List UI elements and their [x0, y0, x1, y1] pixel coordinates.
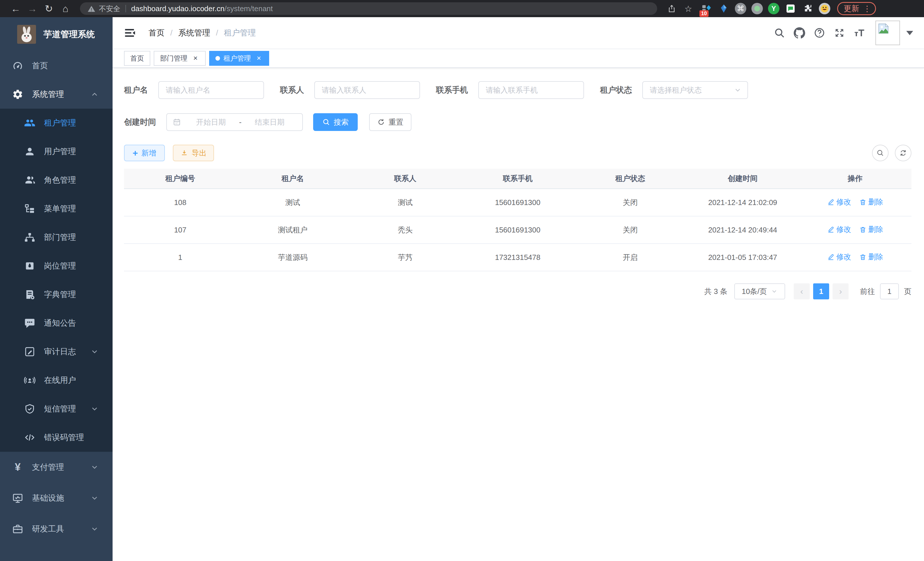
bookmark-star-icon[interactable]: ☆: [682, 3, 695, 14]
active-tab-dot: [215, 56, 220, 61]
avatar-caret-icon[interactable]: [906, 31, 913, 35]
chrome-update-button[interactable]: 更新 ⋮: [837, 2, 876, 15]
sidebar-item-支付管理[interactable]: ¥支付管理: [0, 452, 112, 483]
sidebar-item-角色管理[interactable]: 角色管理: [0, 166, 112, 194]
start-date-placeholder[interactable]: 开始日期: [184, 117, 238, 127]
forward-icon[interactable]: →: [24, 3, 40, 14]
reset-button[interactable]: 重置: [369, 113, 411, 131]
sidebar-item-部门管理[interactable]: 部门管理: [0, 223, 112, 252]
sidebar-item-字典管理[interactable]: 字典管理: [0, 280, 112, 309]
kite-extension-icon[interactable]: [718, 3, 730, 15]
home-icon[interactable]: ⌂: [57, 3, 74, 14]
github-icon[interactable]: [794, 27, 805, 39]
sidebar-item-岗位管理[interactable]: 岗位管理: [0, 252, 112, 280]
delete-button[interactable]: 删除: [859, 197, 883, 207]
sidebar-item-用户管理[interactable]: 用户管理: [0, 137, 112, 166]
tab-首页[interactable]: 首页: [124, 51, 150, 66]
sidebar-item-研发工具[interactable]: 研发工具: [0, 514, 112, 544]
column-header-租户编号: 租户编号: [124, 169, 237, 189]
search-icon[interactable]: [774, 27, 785, 39]
sidebar-item-租户管理[interactable]: 租户管理: [0, 109, 112, 137]
user-icon: [24, 146, 35, 157]
add-button[interactable]: + 新增: [124, 145, 165, 161]
contact-label: 联系人: [280, 85, 304, 96]
refresh-table-button[interactable]: [895, 145, 911, 161]
address-bar[interactable]: 不安全 dashboard.yudao.iocoder.cn /system/t…: [80, 2, 657, 15]
app-window: 芋道管理系统 首页系统管理租户管理用户管理角色管理菜单管理部门管理岗位管理字典管…: [0, 17, 924, 561]
next-page-button[interactable]: ›: [832, 283, 849, 299]
filter-row-2: 创建时间 开始日期 - 结束日期 搜索: [124, 113, 911, 131]
main-area: 首页 / 系统管理 / 租户管理: [112, 17, 924, 561]
command-extension-icon[interactable]: ⌘: [735, 3, 746, 14]
page-size-select[interactable]: 10条/页: [734, 283, 785, 299]
show-search-toggle-button[interactable]: [872, 145, 889, 161]
sidebar-item-label: 租户管理: [44, 117, 76, 128]
sidebar-item-label: 系统管理: [32, 89, 64, 100]
fullscreen-icon[interactable]: [834, 27, 845, 39]
refresh-icon: [377, 118, 385, 126]
share-icon[interactable]: [665, 3, 678, 14]
breadcrumb-system[interactable]: 系统管理: [178, 27, 210, 38]
reload-icon[interactable]: ↻: [40, 3, 57, 14]
sidebar-item-错误码管理[interactable]: 错误码管理: [0, 423, 112, 452]
sidebar-logo[interactable]: 芋道管理系统: [0, 17, 112, 51]
sidebar-item-通知公告[interactable]: 通知公告: [0, 309, 112, 337]
edit-icon: [827, 199, 835, 206]
delete-button[interactable]: 删除: [859, 252, 883, 262]
table-row: 108测试测试15601691300关闭2021-12-14 21:02:09修…: [124, 189, 911, 216]
create-time-label: 创建时间: [124, 117, 156, 128]
cell-id: 1: [124, 244, 237, 271]
cell-contact: 测试: [349, 189, 461, 216]
contact-input[interactable]: [314, 81, 420, 99]
sidebar-item-首页[interactable]: 首页: [0, 51, 112, 80]
edit-button[interactable]: 修改: [827, 197, 851, 207]
audit-log-icon: [24, 346, 35, 357]
phone-input[interactable]: [478, 81, 584, 99]
back-icon[interactable]: ←: [8, 3, 24, 14]
tab-租户管理[interactable]: 租户管理×: [209, 51, 269, 66]
recorder-extension-icon[interactable]: [752, 3, 763, 14]
chat-extension-icon[interactable]: [784, 3, 796, 15]
export-button[interactable]: 导出: [173, 145, 214, 161]
tenant-name-input[interactable]: [158, 81, 264, 99]
sidebar-item-短信管理[interactable]: 短信管理: [0, 395, 112, 423]
column-header-创建时间: 创建时间: [687, 169, 799, 189]
close-icon[interactable]: ×: [255, 54, 263, 62]
page-number-button[interactable]: 1: [813, 283, 829, 299]
gear-icon: [12, 89, 23, 100]
tab-部门管理[interactable]: 部门管理×: [154, 51, 206, 66]
delete-button-label: 删除: [868, 224, 883, 235]
browser-menu-icon[interactable]: ⋮: [863, 4, 871, 14]
close-icon[interactable]: ×: [191, 54, 200, 62]
cell-status: 关闭: [574, 216, 687, 244]
tab-manager-extension-icon[interactable]: 10: [700, 3, 712, 15]
avatar[interactable]: [875, 21, 900, 45]
sidebar-item-在线用户[interactable]: 在线用户: [0, 366, 112, 395]
edit-button[interactable]: 修改: [827, 252, 851, 262]
breadcrumb-home[interactable]: 首页: [148, 27, 165, 38]
date-range-picker[interactable]: 开始日期 - 结束日期: [166, 113, 303, 131]
puzzle-extension-icon[interactable]: [802, 3, 814, 15]
url-host: dashboard.yudao.iocoder.cn: [131, 4, 225, 13]
goto-page-input[interactable]: [880, 283, 899, 299]
edit-button[interactable]: 修改: [827, 224, 851, 235]
end-date-placeholder[interactable]: 结束日期: [243, 117, 297, 127]
yuque-extension-icon[interactable]: Y: [768, 3, 779, 14]
search-button[interactable]: 搜索: [313, 113, 358, 131]
help-icon[interactable]: [814, 27, 825, 39]
status-select[interactable]: 请选择租户状态: [642, 81, 748, 99]
delete-button[interactable]: 删除: [859, 224, 883, 235]
delete-icon: [859, 199, 867, 206]
sms-shield-icon: [24, 403, 35, 415]
sidebar-item-基础设施[interactable]: 基础设施: [0, 483, 112, 514]
sidebar-collapse-icon[interactable]: [124, 27, 136, 39]
menu-tree-icon: [24, 203, 35, 214]
sidebar-item-系统管理[interactable]: 系统管理: [0, 80, 112, 109]
chevron-down-icon: [90, 525, 99, 533]
emoji-extension-icon[interactable]: [819, 3, 830, 14]
prev-page-button[interactable]: ‹: [794, 283, 810, 299]
sidebar-item-审计日志[interactable]: 审计日志: [0, 337, 112, 366]
font-size-icon[interactable]: [854, 27, 865, 39]
sidebar-item-菜单管理[interactable]: 菜单管理: [0, 194, 112, 223]
cell-operations: 修改删除: [799, 216, 911, 244]
